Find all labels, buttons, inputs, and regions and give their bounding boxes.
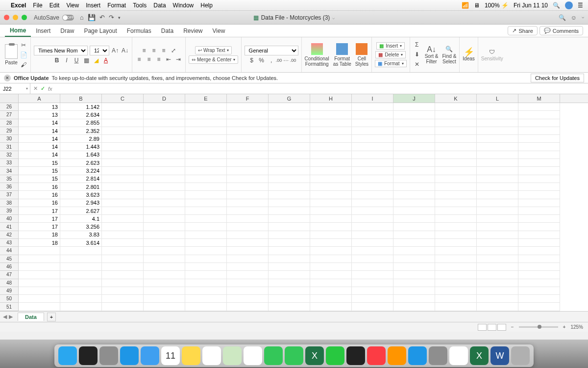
row-header[interactable]: 26: [0, 103, 19, 111]
smiley-icon[interactable]: ☺: [571, 14, 577, 21]
cell[interactable]: [144, 119, 185, 127]
row-header[interactable]: 37: [0, 191, 19, 199]
cell[interactable]: [393, 255, 435, 263]
cell[interactable]: [518, 287, 560, 295]
row-header[interactable]: 39: [0, 207, 19, 215]
cell[interactable]: [269, 207, 310, 215]
cell[interactable]: [518, 159, 560, 167]
cell[interactable]: [60, 263, 102, 271]
zoom-in-button[interactable]: +: [563, 324, 566, 330]
cell[interactable]: 3.83: [60, 231, 102, 239]
menu-data[interactable]: Data: [153, 2, 166, 9]
insert-cells-button[interactable]: ▦Insert▾: [376, 42, 405, 50]
col-header-J[interactable]: J: [393, 94, 435, 103]
cell[interactable]: [352, 183, 393, 191]
dock-trash[interactable]: [511, 346, 530, 365]
cell[interactable]: [269, 255, 310, 263]
cell[interactable]: 1.643: [60, 151, 102, 159]
cell[interactable]: [518, 255, 560, 263]
cell[interactable]: [477, 191, 518, 199]
dock-photos[interactable]: [244, 346, 262, 365]
cell[interactable]: 2.89: [60, 135, 102, 143]
fill-icon[interactable]: ⬇: [413, 51, 421, 59]
cell[interactable]: [310, 231, 352, 239]
paste-button[interactable]: Paste: [5, 44, 18, 65]
cell[interactable]: [144, 303, 185, 311]
col-header-F[interactable]: F: [227, 94, 269, 103]
sheet-nav-prev[interactable]: ◀: [3, 314, 7, 320]
cell[interactable]: [102, 255, 144, 263]
cell[interactable]: [185, 183, 227, 191]
cell[interactable]: [185, 263, 227, 271]
cell[interactable]: [477, 207, 518, 215]
cell[interactable]: [477, 183, 518, 191]
row-header[interactable]: 44: [0, 247, 19, 255]
cell[interactable]: 2.634: [60, 111, 102, 119]
cell[interactable]: [144, 167, 185, 175]
font-name-select[interactable]: Times New Roman: [34, 46, 88, 55]
wrap-text-button[interactable]: ↩Wrap Text▾: [195, 46, 232, 54]
cell[interactable]: [269, 199, 310, 207]
cell[interactable]: [393, 287, 435, 295]
cell[interactable]: [185, 231, 227, 239]
row-header[interactable]: 50: [0, 295, 19, 303]
cell[interactable]: [310, 127, 352, 135]
cell[interactable]: [393, 271, 435, 279]
cell[interactable]: [185, 167, 227, 175]
cell[interactable]: [393, 215, 435, 223]
cell[interactable]: [352, 191, 393, 199]
spotlight-icon[interactable]: 🔍: [553, 2, 560, 9]
decrease-decimal-icon[interactable]: ←.00: [287, 56, 295, 64]
cell[interactable]: 2.352: [60, 127, 102, 135]
dock-appstore[interactable]: [408, 346, 427, 365]
close-update-bar[interactable]: ✕: [4, 75, 11, 81]
cell[interactable]: [477, 199, 518, 207]
cell[interactable]: [227, 167, 269, 175]
dock-facetime[interactable]: [285, 346, 303, 365]
cell[interactable]: [102, 103, 144, 111]
cell[interactable]: [144, 151, 185, 159]
col-header-L[interactable]: L: [477, 94, 518, 103]
dock-books[interactable]: [388, 346, 406, 365]
cell[interactable]: [352, 167, 393, 175]
row-header[interactable]: 47: [0, 271, 19, 279]
cell[interactable]: [435, 167, 477, 175]
cell[interactable]: [435, 151, 477, 159]
cell[interactable]: [477, 255, 518, 263]
cell[interactable]: [19, 279, 60, 287]
cell[interactable]: [144, 255, 185, 263]
cell[interactable]: [477, 119, 518, 127]
zoom-level[interactable]: 125%: [570, 324, 583, 330]
cell[interactable]: [518, 191, 560, 199]
cell[interactable]: [352, 295, 393, 303]
cell[interactable]: [477, 231, 518, 239]
cell[interactable]: [518, 111, 560, 119]
select-all-corner[interactable]: [0, 94, 19, 103]
minimize-window[interactable]: [13, 15, 18, 20]
close-window[interactable]: [4, 15, 9, 20]
clear-icon[interactable]: ✕: [413, 61, 421, 69]
cell[interactable]: [60, 271, 102, 279]
cell[interactable]: [144, 175, 185, 183]
cell[interactable]: [60, 287, 102, 295]
cell[interactable]: [518, 127, 560, 135]
home-icon[interactable]: ⌂: [80, 14, 84, 21]
cell[interactable]: [185, 215, 227, 223]
cell[interactable]: [269, 111, 310, 119]
cell[interactable]: [144, 111, 185, 119]
dock-safari[interactable]: [120, 346, 139, 365]
merge-center-button[interactable]: ⇔Merge & Center▾: [189, 55, 238, 64]
copy-icon[interactable]: 📄: [20, 51, 27, 59]
cell[interactable]: [310, 191, 352, 199]
cell[interactable]: 15: [19, 159, 60, 167]
cell[interactable]: [269, 103, 310, 111]
cell[interactable]: [518, 207, 560, 215]
font-size-select[interactable]: 12: [90, 46, 109, 55]
cell[interactable]: [269, 151, 310, 159]
cell[interactable]: [102, 247, 144, 255]
cell[interactable]: [352, 143, 393, 151]
cell[interactable]: [102, 151, 144, 159]
cell[interactable]: [435, 127, 477, 135]
cell[interactable]: [352, 119, 393, 127]
cell[interactable]: [393, 143, 435, 151]
